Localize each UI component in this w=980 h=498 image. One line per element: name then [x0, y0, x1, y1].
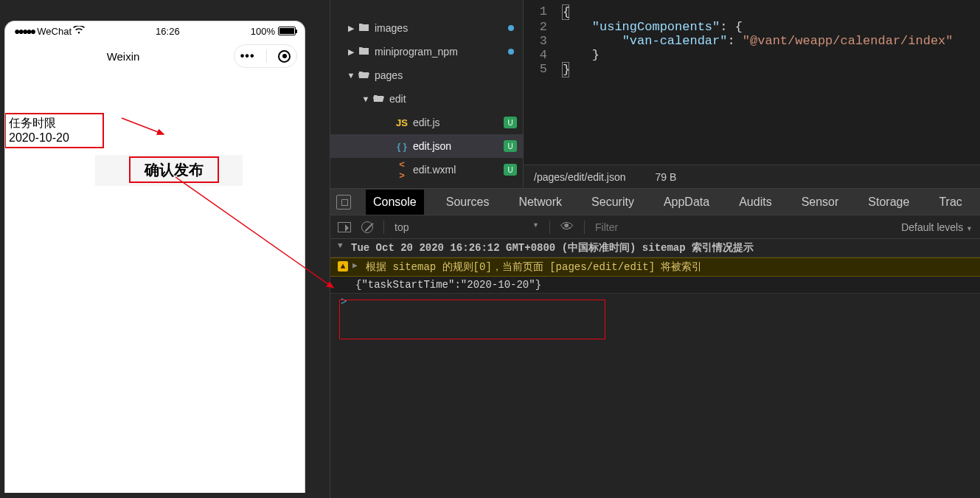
- code-line[interactable]: 4 }: [524, 48, 980, 62]
- tree-item-miniprogram_npm[interactable]: ▶miniprogram_npm: [330, 40, 523, 63]
- tree-item-label: pages: [375, 69, 403, 81]
- wxml-file-icon: < >: [395, 159, 409, 181]
- code-line[interactable]: 3 "van-calendar": "@vant/weapp/calendar/…: [524, 34, 980, 48]
- tree-item-edit-json[interactable]: { }edit.jsonU: [330, 134, 523, 158]
- git-status-badge: U: [504, 164, 517, 176]
- tree-item-label: miniprogram_npm: [375, 46, 458, 58]
- devtools-tab-audits[interactable]: Audits: [731, 190, 779, 215]
- line-number: 4: [524, 48, 562, 62]
- capsule-separator: [266, 49, 267, 63]
- modified-dot-icon: [508, 25, 514, 31]
- phone-simulator: ●●●●● WeChat 16:26 100% Weixin ••• 任务时限 …: [4, 21, 305, 493]
- tree-item-label: images: [375, 22, 408, 34]
- log-levels-selector[interactable]: Default levels ▼: [901, 221, 973, 233]
- tree-item-edit-js[interactable]: JSedit.jsU: [330, 111, 523, 134]
- console-group-header[interactable]: ▼ Tue Oct 20 2020 16:26:12 GMT+0800 (中国标…: [330, 239, 980, 257]
- line-number: 3: [524, 34, 562, 48]
- line-number: 5: [524, 62, 562, 77]
- modified-dot-icon: [508, 49, 514, 55]
- folder-open-icon: [372, 94, 385, 105]
- code-text: }: [562, 48, 600, 62]
- warning-icon: ▲: [338, 261, 348, 272]
- devtools-tab-sources[interactable]: Sources: [439, 190, 497, 215]
- caret-down-icon[interactable]: ▼: [338, 241, 347, 250]
- confirm-publish-button[interactable]: 确认发布: [129, 156, 219, 183]
- signal-icon: ●●●●●: [14, 25, 34, 37]
- task-date: 2020-10-20: [9, 131, 100, 145]
- statusbar: ●●●●● WeChat 16:26 100%: [5, 21, 305, 41]
- code-text: "usingComponents": {: [562, 20, 743, 34]
- devtools-tab-network[interactable]: Network: [511, 190, 569, 215]
- file-path: /pages/edit/edit.json: [534, 171, 626, 183]
- clock: 16:26: [85, 26, 251, 37]
- console-log[interactable]: {"taskStartTime":"2020-10-20"}: [330, 277, 980, 294]
- simulator-panel: ●●●●● WeChat 16:26 100% Weixin ••• 任务时限 …: [0, 0, 330, 498]
- line-number: 2: [524, 20, 562, 34]
- code-text: "van-calendar": "@vant/weapp/calendar/in…: [562, 34, 953, 48]
- chevron-down-icon: ▼: [532, 221, 539, 233]
- code-text: {: [562, 4, 569, 20]
- js-file-icon: JS: [395, 117, 409, 128]
- folder-open-icon: [357, 70, 370, 81]
- devtools-tabs: ConsoleSourcesNetworkSecurityAppDataAudi…: [330, 189, 980, 215]
- console-output[interactable]: ▼ Tue Oct 20 2020 16:26:12 GMT+0800 (中国标…: [330, 239, 980, 498]
- tree-item-label: edit.json: [413, 140, 451, 152]
- folder-icon: [357, 23, 370, 34]
- editor-statusbar: /pages/edit/edit.json 79 B: [524, 165, 980, 188]
- close-miniprogram-icon[interactable]: [278, 50, 291, 63]
- element-picker-icon[interactable]: [336, 195, 351, 210]
- folder-icon: [357, 46, 370, 58]
- devtools: ConsoleSourcesNetworkSecurityAppDataAudi…: [330, 189, 980, 498]
- carrier-label: WeChat: [37, 26, 72, 37]
- devtools-tab-appdata[interactable]: AppData: [656, 190, 717, 215]
- confirm-label: 确认发布: [145, 160, 204, 180]
- tree-item-pages[interactable]: ▼pages: [330, 63, 523, 87]
- json-file-icon: { }: [395, 141, 409, 152]
- caret-down-icon[interactable]: ▼: [347, 71, 355, 80]
- git-status-badge: U: [504, 117, 517, 128]
- code-editor[interactable]: 1{2 "usingComponents": {3 "van-calendar"…: [524, 0, 980, 188]
- clear-console-icon[interactable]: [361, 221, 373, 233]
- tree-item-label: edit: [389, 93, 406, 105]
- ide-panel: ▶images▶miniprogram_npm▼pages▼editJSedit…: [330, 0, 980, 498]
- live-expression-icon[interactable]: 👁: [560, 219, 574, 235]
- bracket-highlight: }: [562, 62, 569, 77]
- task-deadline-box: 任务时限 2020-10-20: [4, 113, 104, 148]
- code-line[interactable]: 2 "usingComponents": {: [524, 20, 980, 34]
- navbar: Weixin •••: [5, 41, 305, 72]
- battery-pct: 100%: [251, 26, 275, 37]
- context-selector[interactable]: top ▼: [395, 221, 539, 233]
- wifi-icon: [73, 26, 85, 37]
- devtools-tab-storage[interactable]: Storage: [861, 190, 917, 215]
- devtools-tab-console[interactable]: Console: [366, 190, 424, 215]
- tree-item-label: edit.wxml: [413, 164, 456, 176]
- console-prompt[interactable]: >: [330, 294, 980, 310]
- devtools-tab-sensor[interactable]: Sensor: [794, 190, 847, 215]
- code-line[interactable]: 5}: [524, 62, 980, 77]
- file-size: 79 B: [656, 171, 677, 183]
- caret-down-icon[interactable]: ▼: [361, 94, 370, 103]
- caret-right-icon[interactable]: ▶: [347, 24, 355, 33]
- step-icon[interactable]: [338, 222, 351, 232]
- console-warning[interactable]: ▲ ▶ 根据 sitemap 的规则[0]，当前页面 [pages/edit/e…: [330, 257, 980, 277]
- menu-icon[interactable]: •••: [240, 49, 255, 63]
- chevron-down-icon: ▼: [966, 225, 973, 232]
- tree-item-edit-wxml[interactable]: < >edit.wxmlU: [330, 158, 523, 181]
- caret-right-icon[interactable]: ▶: [347, 47, 355, 57]
- task-label: 任务时限: [9, 116, 100, 131]
- bracket-highlight: {: [562, 4, 569, 20]
- tree-item-label: edit.js: [413, 117, 440, 128]
- tree-item-images[interactable]: ▶images: [330, 16, 523, 40]
- battery-icon: [278, 27, 296, 35]
- page-title: Weixin: [13, 50, 234, 63]
- console-toolbar: top ▼ 👁 Default levels ▼: [330, 215, 980, 239]
- devtools-tab-trac[interactable]: Trac: [931, 190, 969, 215]
- file-explorer[interactable]: ▶images▶miniprogram_npm▼pages▼editJSedit…: [330, 0, 524, 188]
- devtools-tab-security[interactable]: Security: [584, 190, 642, 215]
- console-filter-input[interactable]: [595, 221, 891, 233]
- code-line[interactable]: 1{: [524, 4, 980, 20]
- git-status-badge: U: [504, 140, 517, 152]
- caret-right-icon[interactable]: ▶: [352, 260, 361, 270]
- tree-item-edit[interactable]: ▼edit: [330, 87, 523, 111]
- line-number: 1: [524, 4, 562, 20]
